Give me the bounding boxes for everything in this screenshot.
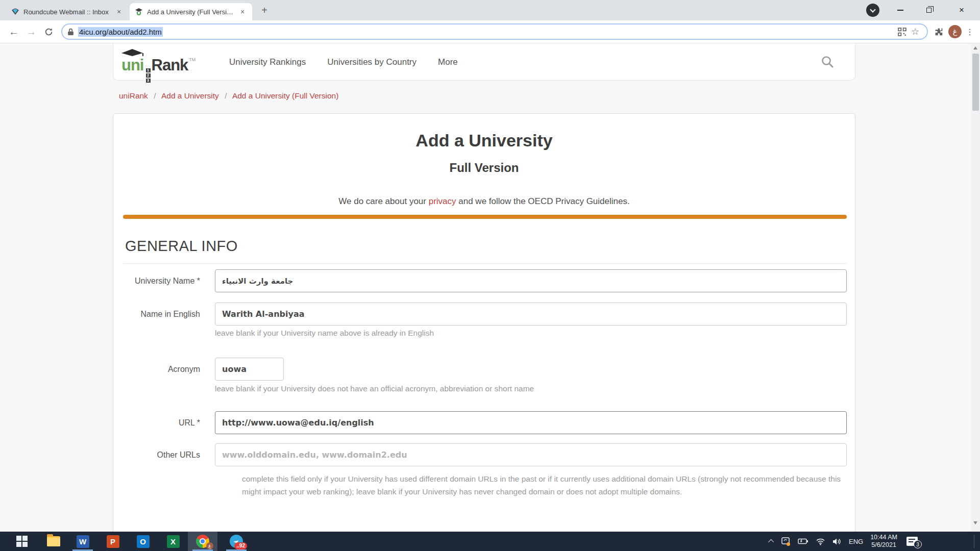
tray-date: 5/6/2021: [870, 541, 897, 549]
browser-tab-bar: Roundcube Webmail :: Inbox Add a Univers…: [0, 0, 980, 20]
window-restore-button[interactable]: [915, 0, 943, 20]
powerpoint-button[interactable]: P: [98, 532, 128, 551]
other-urls-label: Other URLs: [123, 443, 200, 466]
wifi-icon[interactable]: [816, 538, 825, 545]
unirank-favicon: [135, 8, 143, 16]
roundcube-favicon: [11, 8, 19, 16]
powerpoint-icon: P: [107, 535, 119, 548]
logo-rank-text: Rank: [152, 56, 188, 74]
nav-university-rankings[interactable]: University Rankings: [229, 57, 306, 67]
tray-expand-button[interactable]: [770, 539, 774, 543]
breadcrumb-separator: /: [154, 91, 156, 100]
nav-universities-by-country[interactable]: Universities by Country: [327, 57, 416, 67]
name-english-helper: leave blank if your University name abov…: [215, 329, 434, 338]
page-title: Add a University: [113, 131, 855, 151]
scroll-down-arrow[interactable]: [973, 521, 977, 524]
address-bar[interactable]: 4icu.org/about/add2.htm: [61, 23, 928, 40]
url-input[interactable]: [215, 411, 847, 434]
chrome-profile-badge: غ: [206, 542, 213, 549]
tab-add-university[interactable]: Add a University (Full Version): [130, 3, 252, 20]
breadcrumb-add-university[interactable]: Add a University: [161, 91, 219, 100]
excel-icon: X: [167, 535, 180, 548]
form-card: Add a University Full Version We do care…: [113, 113, 855, 532]
show-desktop-divider[interactable]: [974, 535, 974, 548]
outlook-icon: O: [137, 535, 150, 548]
new-tab-button[interactable]: [258, 5, 271, 17]
browser-toolbar: 4icu.org/about/add2.htm غ: [0, 20, 980, 43]
breadcrumb: uniRank / Add a University / Add a Unive…: [119, 91, 338, 101]
system-tray: ENG 10:44 AM 5/6/2021 3: [770, 532, 918, 551]
logo-trademark: TM: [189, 57, 195, 62]
field-row-other-urls: Other URLs: [123, 443, 847, 466]
lock-icon: [67, 28, 74, 36]
windows-logo-icon: [16, 536, 28, 547]
windows-taskbar: W P O X غ ..92: [0, 532, 980, 551]
chrome-button[interactable]: غ: [188, 532, 217, 551]
breadcrumb-current[interactable]: Add a University (Full Version): [232, 91, 338, 100]
url-label: URL *: [123, 411, 200, 434]
window-minimize-button[interactable]: [886, 0, 915, 20]
telegram-button[interactable]: ..92: [222, 532, 251, 551]
tab-title: Roundcube Webmail :: Inbox: [23, 8, 110, 16]
refresh-button[interactable]: [40, 23, 57, 40]
qr-code-icon[interactable]: [895, 25, 909, 38]
graduation-cap-icon: [120, 49, 144, 58]
breadcrumb-home[interactable]: uniRank: [119, 91, 148, 100]
chrome-update-icon[interactable]: [866, 4, 879, 17]
battery-icon[interactable]: [798, 538, 808, 545]
language-indicator[interactable]: ENG: [849, 538, 863, 545]
university-name-label: University Name *: [123, 269, 200, 292]
notification-icon: 3: [906, 537, 918, 546]
tab-close-icon[interactable]: [238, 7, 247, 16]
clock[interactable]: 10:44 AM 5/6/2021: [870, 534, 897, 549]
telegram-badge: ..92: [234, 542, 247, 549]
orange-divider: [123, 215, 847, 219]
browser-menu-icon[interactable]: [965, 25, 975, 38]
nav-more[interactable]: More: [438, 57, 458, 67]
word-button[interactable]: W: [68, 532, 97, 551]
volume-icon[interactable]: [832, 538, 842, 545]
action-center-button[interactable]: 3: [906, 537, 918, 546]
field-row-university-name: University Name *: [123, 269, 847, 292]
acronym-label: Acronym: [123, 358, 200, 381]
main-navigation: University Rankings Universities by Coun…: [229, 43, 458, 81]
name-english-label: Name in English: [123, 303, 200, 325]
unirank-logo[interactable]: uni 1 2 3 Rank TM: [121, 50, 195, 73]
other-urls-helper: complete this field only if your Univers…: [242, 472, 848, 498]
bookmark-star-icon[interactable]: [909, 25, 922, 38]
breadcrumb-separator: /: [225, 91, 227, 100]
logo-123-blocks: 1 2 3: [145, 68, 151, 83]
section-divider: [123, 263, 847, 264]
window-close-button[interactable]: [943, 0, 980, 20]
acronym-helper: leave blank if your University does not …: [215, 384, 534, 393]
url-text[interactable]: 4icu.org/about/add2.htm: [78, 27, 163, 37]
word-icon: W: [77, 535, 89, 548]
notification-count-badge: 3: [914, 540, 922, 548]
file-explorer-button[interactable]: [39, 532, 68, 551]
folder-icon: [47, 536, 60, 546]
excel-button[interactable]: X: [158, 532, 188, 551]
start-button[interactable]: [7, 532, 37, 551]
page-scrollbar[interactable]: [971, 43, 980, 532]
acronym-input[interactable]: [215, 358, 284, 381]
tab-roundcube[interactable]: Roundcube Webmail :: Inbox: [6, 3, 129, 20]
scrollbar-thumb[interactable]: [972, 54, 979, 111]
other-urls-input[interactable]: [215, 443, 847, 466]
name-english-input[interactable]: [215, 303, 847, 325]
logo-uni-text: uni: [121, 56, 144, 74]
site-header: uni 1 2 3 Rank TM University Rankings Un…: [113, 43, 855, 81]
search-icon[interactable]: [820, 55, 835, 69]
security-status-icon[interactable]: [781, 537, 791, 546]
back-button[interactable]: [5, 23, 22, 40]
university-name-input[interactable]: [215, 269, 847, 292]
extensions-puzzle-icon[interactable]: [932, 25, 945, 38]
field-row-url: URL *: [123, 411, 847, 434]
privacy-statement: We do care about your privacy and we fol…: [113, 196, 855, 207]
outlook-button[interactable]: O: [128, 532, 158, 551]
scroll-up-arrow[interactable]: [973, 46, 977, 49]
forward-button[interactable]: [22, 23, 40, 40]
privacy-prefix: We do care about your: [338, 196, 428, 206]
privacy-link[interactable]: privacy: [429, 196, 456, 206]
tab-close-icon[interactable]: [114, 7, 124, 16]
profile-avatar[interactable]: غ: [948, 25, 962, 38]
